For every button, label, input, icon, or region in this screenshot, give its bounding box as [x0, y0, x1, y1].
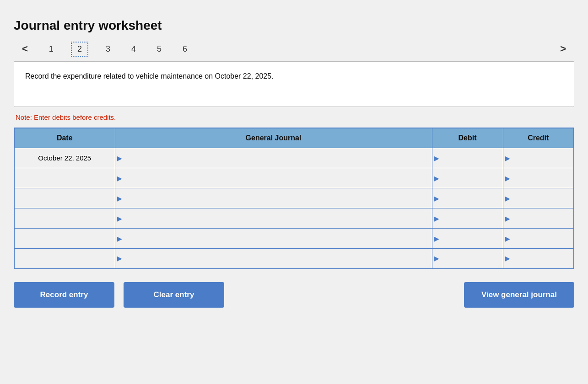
cell-debit-3[interactable]: ▶: [432, 208, 503, 229]
debit-input-1[interactable]: [432, 168, 503, 188]
cell-date-1: [14, 168, 115, 188]
record-entry-button[interactable]: Record entry: [14, 282, 114, 308]
main-container: Journal entry worksheet < 1 2 3 4 5 6 > …: [9, 9, 579, 317]
debit-input-0[interactable]: [432, 148, 503, 168]
note-text: Note: Enter debits before credits.: [14, 113, 574, 121]
credit-input-0[interactable]: [503, 148, 574, 168]
btn-group-left: Record entry Clear entry: [14, 282, 224, 308]
table-row: ▶▶▶: [14, 249, 574, 269]
nav-next-arrow[interactable]: >: [556, 41, 570, 57]
journal-input-5[interactable]: [115, 249, 432, 268]
clear-entry-button[interactable]: Clear entry: [124, 282, 224, 308]
cell-date-3: [14, 208, 115, 229]
nav-item-3[interactable]: 3: [102, 43, 114, 56]
table-row: ▶▶▶: [14, 168, 574, 188]
col-date: Date: [14, 128, 115, 148]
cell-date-2: [14, 188, 115, 208]
nav-item-6[interactable]: 6: [179, 43, 191, 56]
table-row: October 22, 2025▶▶▶: [14, 148, 574, 168]
cell-journal-1[interactable]: ▶: [115, 168, 432, 188]
cell-debit-5[interactable]: ▶: [432, 249, 503, 269]
table-row: ▶▶▶: [14, 188, 574, 208]
credit-input-4[interactable]: [503, 229, 574, 248]
cell-date-0: October 22, 2025: [14, 148, 115, 168]
table-row: ▶▶▶: [14, 208, 574, 229]
cell-debit-2[interactable]: ▶: [432, 188, 503, 208]
journal-input-0[interactable]: [115, 148, 432, 168]
cell-debit-0[interactable]: ▶: [432, 148, 503, 168]
nav-item-4[interactable]: 4: [128, 43, 140, 56]
view-general-journal-button[interactable]: View general journal: [464, 282, 574, 308]
button-row: Record entry Clear entry View general jo…: [14, 282, 574, 308]
cell-date-5: [14, 249, 115, 269]
col-credit: Credit: [503, 128, 574, 148]
cell-credit-4[interactable]: ▶: [503, 229, 574, 249]
journal-input-4[interactable]: [115, 229, 432, 248]
journal-input-1[interactable]: [115, 168, 432, 188]
col-debit: Debit: [432, 128, 503, 148]
nav-item-1[interactable]: 1: [45, 43, 57, 56]
table-header-row: Date General Journal Debit Credit: [14, 128, 574, 148]
credit-input-1[interactable]: [503, 168, 574, 188]
table-row: ▶▶▶: [14, 229, 574, 249]
nav-item-5[interactable]: 5: [153, 43, 165, 56]
col-journal: General Journal: [115, 128, 432, 148]
cell-credit-1[interactable]: ▶: [503, 168, 574, 188]
journal-table: Date General Journal Debit Credit Octobe…: [14, 128, 574, 269]
debit-input-5[interactable]: [432, 249, 503, 268]
debit-input-3[interactable]: [432, 208, 503, 228]
cell-credit-3[interactable]: ▶: [503, 208, 574, 229]
journal-input-2[interactable]: [115, 188, 432, 208]
cell-credit-0[interactable]: ▶: [503, 148, 574, 168]
debit-input-4[interactable]: [432, 229, 503, 248]
credit-input-3[interactable]: [503, 208, 574, 228]
cell-journal-0[interactable]: ▶: [115, 148, 432, 168]
cell-journal-2[interactable]: ▶: [115, 188, 432, 208]
cell-credit-2[interactable]: ▶: [503, 188, 574, 208]
cell-credit-5[interactable]: ▶: [503, 249, 574, 269]
cell-journal-3[interactable]: ▶: [115, 208, 432, 229]
page-title: Journal entry worksheet: [14, 18, 574, 33]
nav-prev-arrow[interactable]: <: [18, 41, 32, 57]
journal-input-3[interactable]: [115, 208, 432, 228]
credit-input-2[interactable]: [503, 188, 574, 208]
nav-item-2[interactable]: 2: [71, 42, 88, 57]
cell-date-4: [14, 229, 115, 249]
cell-debit-1[interactable]: ▶: [432, 168, 503, 188]
worksheet-nav: < 1 2 3 4 5 6 >: [14, 41, 574, 57]
credit-input-5[interactable]: [503, 249, 574, 268]
debit-input-2[interactable]: [432, 188, 503, 208]
instruction-box: Record the expenditure related to vehicl…: [14, 61, 574, 107]
instruction-text: Record the expenditure related to vehicl…: [25, 71, 563, 82]
cell-journal-4[interactable]: ▶: [115, 229, 432, 249]
cell-debit-4[interactable]: ▶: [432, 229, 503, 249]
cell-journal-5[interactable]: ▶: [115, 249, 432, 269]
